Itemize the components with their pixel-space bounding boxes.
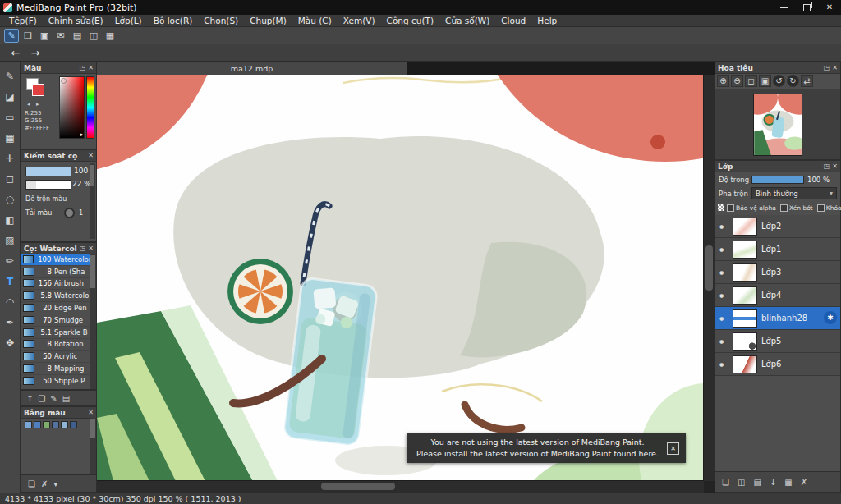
undo-button[interactable]: ← (8, 47, 23, 59)
brush-add-icon[interactable]: ❏ (38, 394, 45, 403)
eyedropper-tool[interactable]: ✒ (2, 312, 19, 332)
fit-view-icon[interactable]: ◻ (745, 75, 757, 87)
duplicate-layer-icon[interactable]: ◫ (738, 478, 745, 487)
saturation-value-picker[interactable] (59, 76, 85, 139)
menu-item[interactable]: Chọn(S) (198, 16, 244, 25)
close-icon[interactable]: ✕ (88, 64, 94, 71)
brush-item[interactable]: 50 Acrylic (21, 351, 90, 363)
lasso-tool[interactable]: ◌ (2, 189, 19, 209)
close-button[interactable]: ✕ (818, 0, 841, 15)
add-color-icon[interactable]: ❏ (28, 479, 35, 488)
brush-prev-icon[interactable]: ↑ (26, 394, 33, 403)
layer-visibility-toggle[interactable]: ● (715, 261, 728, 283)
brush-item[interactable]: 20 Edge Pen (21, 302, 90, 314)
layer-row[interactable]: ● Lớp3 ✱ (715, 261, 840, 284)
navigator-thumbnail[interactable] (753, 94, 802, 156)
rect-tool[interactable]: ▭ (2, 107, 19, 127)
palette-scrollbar[interactable] (90, 418, 96, 474)
vertical-scrollbar[interactable] (703, 75, 715, 481)
close-icon[interactable]: ✕ (832, 64, 838, 71)
select-pen-tool[interactable]: ✏ (2, 250, 19, 271)
palette-swatch[interactable] (25, 421, 32, 428)
menu-item[interactable]: Chụp(M) (244, 16, 292, 25)
merge-layer-icon[interactable]: ↓ (770, 478, 776, 487)
swap-colors-right-icon[interactable]: ▸ (36, 101, 39, 108)
brush-control-scrollbar[interactable] (90, 163, 95, 239)
menu-item[interactable]: Màu (C) (292, 16, 338, 25)
popout-icon[interactable]: ◳ (824, 64, 830, 71)
bucket-tool[interactable]: ◧ (2, 209, 19, 230)
canvas-viewport[interactable]: You are not using the latest version of … (97, 75, 704, 481)
menu-item[interactable]: Xem(V) (338, 16, 381, 25)
pen-tool[interactable]: ✎ (2, 66, 19, 86)
lock-checkbox[interactable] (817, 204, 825, 212)
brush-item[interactable]: 8 Rotation (21, 339, 90, 351)
palette-swatch[interactable] (52, 421, 59, 428)
popout-icon[interactable]: ◳ (824, 163, 830, 170)
panel-layout-icon[interactable]: ◫ (86, 29, 101, 43)
flip-icon[interactable]: ⇄ (801, 75, 813, 87)
brush-item[interactable]: 156 Airbrush (21, 278, 90, 291)
layer-opacity-slider[interactable] (751, 176, 804, 184)
brush-item[interactable]: 50 Stipple P (21, 375, 90, 387)
brush-item[interactable]: 70 Smudge (21, 314, 90, 327)
select-tool[interactable]: ◻ (2, 168, 19, 189)
layer-visibility-toggle[interactable]: ● (715, 330, 728, 352)
maximize-button[interactable] (795, 0, 818, 15)
grid-tool[interactable]: ▦ (2, 127, 19, 148)
menu-item[interactable]: Lớp(L) (109, 16, 148, 25)
new-file-icon[interactable]: ❏ (21, 29, 35, 43)
clipping-checkbox[interactable] (780, 204, 788, 212)
rotate-ccw-icon[interactable]: ↺ (773, 75, 785, 87)
brush-item[interactable]: 5.1 Sparkle B (21, 327, 90, 339)
vertical-scrollbar-thumb[interactable] (705, 245, 713, 291)
text-tool[interactable]: T (2, 271, 19, 291)
minimize-button[interactable] (772, 0, 795, 15)
brush-edit-icon[interactable]: ✎ (50, 394, 57, 403)
brush-item[interactable]: 8 Pen (Sha (21, 266, 90, 278)
layer-row[interactable]: ● Lớp4 ✱ (715, 284, 840, 307)
brush-folder-icon[interactable]: ▤ (62, 394, 70, 403)
layer-row[interactable]: ● Lớp2 ✱ (715, 215, 840, 238)
horizontal-scrollbar[interactable] (97, 480, 704, 493)
notification-close-button[interactable]: ✕ (667, 442, 679, 455)
rotate-cw-icon[interactable]: ↻ (787, 75, 799, 87)
brush-opacity-slider[interactable] (25, 180, 71, 190)
close-icon[interactable]: ✕ (88, 409, 94, 416)
brush-item[interactable]: 20 Su (21, 387, 90, 389)
brush-tool-icon[interactable]: ✎ (4, 29, 19, 43)
palette-swatch[interactable] (43, 421, 50, 428)
hand-tool[interactable]: ✥ (2, 332, 19, 353)
delete-color-icon[interactable]: ✗ (41, 479, 48, 488)
hue-slider[interactable] (86, 76, 94, 139)
zoom-out-icon[interactable]: ⊖ (731, 75, 743, 87)
layer-material-icon[interactable]: ▦ (784, 478, 792, 487)
swap-colors-left-icon[interactable]: ◂ (27, 101, 30, 108)
eraser-tool[interactable]: ◪ (2, 86, 19, 107)
close-icon[interactable]: ✕ (832, 163, 838, 170)
menu-item[interactable]: Bộ lọc(R) (148, 16, 199, 25)
new-layer-icon[interactable]: ❏ (722, 478, 729, 487)
menu-item[interactable]: Help (531, 16, 563, 25)
document-tab[interactable]: ma12.mdp (97, 62, 407, 75)
layer-visibility-toggle[interactable]: ● (715, 307, 728, 329)
palette-swatch[interactable] (61, 421, 68, 428)
palette-swatch[interactable] (70, 421, 77, 428)
brush-item[interactable]: 8 Mapping (21, 363, 90, 375)
blend-mode-select[interactable]: Bình thường ▾ (751, 187, 837, 199)
protect-alpha-checkbox[interactable] (727, 204, 734, 212)
popout-icon[interactable]: ◳ (80, 245, 86, 252)
zoom-in-icon[interactable]: ⊕ (717, 75, 729, 87)
layer-visibility-toggle[interactable]: ● (715, 353, 728, 375)
menu-item[interactable]: Chỉnh sửa(E) (43, 16, 109, 25)
save-file-icon[interactable]: ▣ (37, 29, 52, 43)
layer-visibility-toggle[interactable]: ● (715, 238, 728, 260)
artwork-canvas[interactable] (97, 75, 704, 481)
redo-button[interactable]: → (28, 47, 43, 59)
menu-item[interactable]: Tệp(F) (3, 16, 43, 25)
layer-row[interactable]: ● Lớp1 ✱ (715, 238, 840, 261)
brush-size-slider[interactable] (25, 167, 71, 176)
palette-menu-icon[interactable]: ▾ (53, 479, 57, 488)
layer-row[interactable]: ● blinhanh28 ✱ (715, 307, 840, 330)
gradient-tool[interactable]: ▨ (2, 230, 19, 250)
